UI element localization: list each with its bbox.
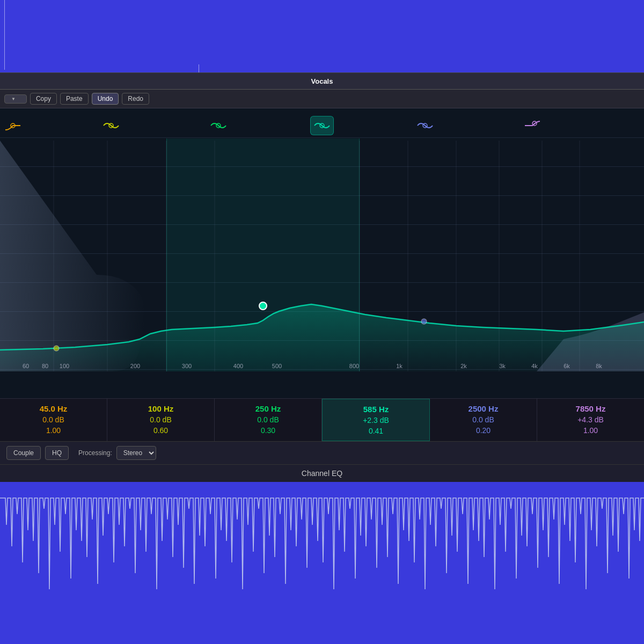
band5-q: 0.20: [476, 426, 491, 435]
svg-point-16: [259, 302, 267, 310]
hq-button[interactable]: HQ: [45, 446, 69, 460]
processing-label: Processing:: [78, 449, 112, 457]
redo-button[interactable]: Redo: [122, 93, 149, 105]
band-handle-2[interactable]: [99, 116, 123, 135]
band2-freq: 100 Hz: [148, 404, 174, 413]
band3-freq: 250 Hz: [255, 404, 281, 413]
plugin-title: Vocals: [311, 77, 333, 85]
band-handles-row: [0, 114, 644, 137]
processing-select[interactable]: Stereo Left Right: [116, 446, 156, 460]
band4-gain: +2.3 dB: [363, 416, 389, 425]
freq-label-300: 300: [182, 363, 192, 369]
band3-gain: 0.0 dB: [257, 415, 279, 424]
band4-q: 0.41: [369, 427, 383, 435]
band-param-4[interactable]: 585 Hz +2.3 dB 0.41: [322, 399, 430, 441]
undo-button[interactable]: Undo: [92, 93, 119, 105]
waveform-svg: [0, 482, 644, 597]
top-blue-area: [0, 0, 644, 72]
frequency-axis: 60 80 100 200 300 400 500 800 1k 2k 3k 4…: [0, 361, 644, 371]
couple-button[interactable]: Couple: [6, 446, 41, 460]
plugin-label-bar: Channel EQ: [0, 464, 644, 482]
freq-label-200: 200: [130, 363, 140, 369]
freq-label-3k: 3k: [499, 363, 506, 369]
freq-label-8k: 8k: [596, 363, 602, 369]
title-bar: Vocals: [0, 73, 644, 90]
band-param-6[interactable]: 7850 Hz +4.3 dB 1.00: [537, 399, 644, 441]
plugin-name: Channel EQ: [302, 469, 342, 478]
band6-q: 1.00: [583, 426, 598, 435]
freq-label-100: 100: [60, 363, 69, 369]
band-param-5[interactable]: 2500 Hz 0.0 dB 0.20: [430, 399, 537, 441]
band1-q: 1.00: [46, 426, 61, 435]
toolbar: Copy Paste Undo Redo: [0, 90, 644, 108]
freq-label-800: 800: [349, 363, 359, 369]
freq-label-6k: 6k: [564, 363, 570, 369]
preset-dropdown[interactable]: [4, 94, 27, 104]
freq-label-400: 400: [233, 363, 243, 369]
band-handle-4[interactable]: [310, 116, 334, 135]
eq-curve-svg: [0, 108, 644, 398]
band-handle-1[interactable]: [1, 116, 25, 135]
band6-freq: 7850 Hz: [576, 404, 606, 413]
eq-params-row: 45.0 Hz 0.0 dB 1.00 100 Hz 0.0 dB 0.60 2…: [0, 398, 644, 441]
band6-gain: +4.3 dB: [577, 415, 604, 424]
eq-display[interactable]: 60 80 100 200 300 400 500 800 1k 2k 3k 4…: [0, 108, 644, 398]
band5-gain: 0.0 dB: [472, 415, 494, 424]
band-param-1[interactable]: 45.0 Hz 0.0 dB 1.00: [0, 399, 107, 441]
band-handle-3[interactable]: [207, 116, 230, 135]
svg-point-17: [421, 319, 427, 324]
plugin-window: Vocals Copy Paste Undo Redo: [0, 72, 644, 482]
band1-gain: 0.0 dB: [42, 415, 64, 424]
band4-freq: 585 Hz: [363, 405, 389, 414]
timeline-playhead: [4, 0, 5, 70]
band5-freq: 2500 Hz: [469, 404, 499, 413]
copy-button[interactable]: Copy: [30, 93, 57, 105]
band2-q: 0.60: [153, 426, 168, 435]
paste-button[interactable]: Paste: [60, 93, 89, 105]
timeline-tick: [199, 64, 199, 72]
band2-gain: 0.0 dB: [150, 415, 171, 424]
freq-label-60: 60: [23, 363, 29, 369]
freq-label-2k: 2k: [460, 363, 467, 369]
freq-label-500: 500: [272, 363, 282, 369]
svg-point-18: [54, 346, 59, 351]
bottom-waveform: [0, 482, 644, 597]
band-handle-6[interactable]: [521, 116, 544, 135]
band1-freq: 45.0 Hz: [40, 404, 68, 413]
freq-label-4k: 4k: [531, 363, 538, 369]
band-param-3[interactable]: 250 Hz 0.0 dB 0.30: [215, 399, 322, 441]
footer-controls: Couple HQ Processing: Stereo Left Right: [0, 441, 644, 464]
band3-q: 0.30: [261, 426, 275, 435]
freq-label-1k: 1k: [396, 363, 402, 369]
freq-label-80: 80: [42, 363, 48, 369]
band-param-2[interactable]: 100 Hz 0.0 dB 0.60: [107, 399, 215, 441]
band-handle-5[interactable]: [413, 116, 437, 135]
